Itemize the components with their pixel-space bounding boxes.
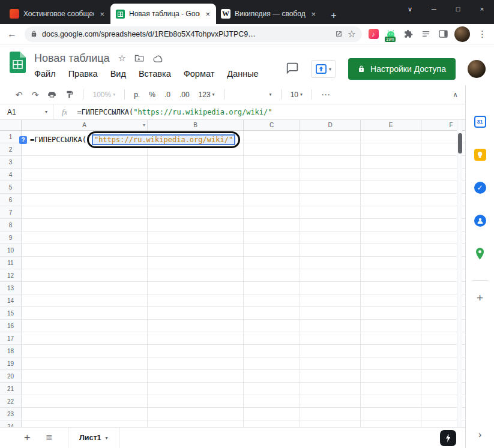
row-header-15[interactable]: 15 [0,307,22,320]
cell-D4[interactable] [300,169,361,181]
cell-C10[interactable] [244,244,300,257]
cell-E1[interactable] [361,131,421,143]
minimize-icon[interactable]: ─ [422,0,446,18]
cell-B19[interactable] [148,357,244,370]
scrollbar-thumb[interactable] [458,133,462,154]
star-document-icon[interactable]: ☆ [118,53,126,64]
cell-E24[interactable] [361,420,421,427]
sheet-tab-list1[interactable]: Лист1 ▾ [68,428,119,448]
cell-B17[interactable] [148,332,244,345]
cell-A9[interactable] [22,231,148,244]
cell-A15[interactable] [22,307,148,320]
cell-C23[interactable] [244,408,300,420]
bookmark-star-icon[interactable]: ☆ [348,28,356,40]
music-extension-icon[interactable]: ♪ [367,28,379,41]
row-header-19[interactable]: 19 [0,357,22,370]
cell-C24[interactable] [244,420,300,427]
cell-A16[interactable] [22,320,148,332]
cell-E19[interactable] [361,357,421,370]
cell-C12[interactable] [244,269,300,282]
keep-icon[interactable] [474,148,487,161]
more-toolbar-icon[interactable]: ⋯ [321,89,330,100]
column-header-E[interactable]: E [361,120,421,131]
cell-D1[interactable] [300,131,361,143]
add-sheet-button[interactable]: + [24,432,31,444]
percent-format-button[interactable]: % [149,91,155,99]
new-tab-button[interactable]: + [325,7,342,24]
cell-A13[interactable] [22,282,148,294]
cell-B21[interactable] [148,383,244,395]
send-page-icon[interactable] [335,30,343,38]
row-header-6[interactable]: 6 [0,194,22,206]
cell-A22[interactable] [22,395,148,408]
account-avatar[interactable] [468,60,486,78]
font-size-dropdown[interactable]: 10 ▾ [291,91,303,99]
cell-B18[interactable] [148,345,244,357]
cell-E9[interactable] [361,231,421,244]
cell-E4[interactable] [361,169,421,181]
contacts-icon[interactable] [474,214,487,227]
increase-decimal-button[interactable]: .00 [179,91,190,99]
column-dropdown-icon[interactable]: ▾ [143,122,145,128]
cell-C6[interactable] [244,194,300,206]
cell-E15[interactable] [361,307,421,320]
tab-hosting[interactable]: Хостинговое сообщес × [5,4,110,24]
cell-E17[interactable] [361,332,421,345]
cell-C2[interactable] [244,143,300,156]
window-menu-icon[interactable]: ∨ [398,0,422,18]
cell-B6[interactable] [148,194,244,206]
all-sheets-icon[interactable]: ≡ [46,432,53,444]
tab-close-icon[interactable]: × [204,10,211,19]
cell-E10[interactable] [361,244,421,257]
cell-editor[interactable]: ? =ГИПЕРССЫЛКА( "https://ru.wikipedia.or… [19,132,240,148]
cell-E22[interactable] [361,395,421,408]
comments-icon[interactable] [286,62,299,77]
row-header-13[interactable]: 13 [0,282,22,294]
cell-E5[interactable] [361,181,421,194]
cell-B24[interactable] [148,420,244,427]
calendar-icon[interactable]: 31 [474,115,487,128]
select-all-corner[interactable] [0,120,22,131]
cell-A7[interactable] [22,206,148,219]
cell-D13[interactable] [300,282,361,294]
row-header-9[interactable]: 9 [0,231,22,244]
add-addon-button[interactable]: + [477,291,483,305]
cell-D19[interactable] [300,357,361,370]
maximize-icon[interactable]: □ [446,0,470,18]
tab-close-icon[interactable]: × [98,10,106,19]
cell-D2[interactable] [300,143,361,156]
cell-C7[interactable] [244,206,300,219]
cell-E23[interactable] [361,408,421,420]
cell-E6[interactable] [361,194,421,206]
cell-B15[interactable] [148,307,244,320]
cell-A20[interactable] [22,370,148,383]
cell-A6[interactable] [22,194,148,206]
url-text[interactable]: docs.google.com/spreadsheets/d/1REb8o5X4… [42,30,330,38]
cell-A3[interactable] [22,156,148,169]
hide-side-panel-icon[interactable]: › [478,429,482,441]
cell-D3[interactable] [300,156,361,169]
address-bar[interactable]: docs.google.com/spreadsheets/d/1REb8o5X4… [25,26,362,42]
cell-D5[interactable] [300,181,361,194]
cell-C15[interactable] [244,307,300,320]
share-button[interactable]: Настройки Доступа [348,58,456,80]
cell-A17[interactable] [22,332,148,345]
cell-B12[interactable] [148,269,244,282]
cell-D10[interactable] [300,244,361,257]
cell-D20[interactable] [300,370,361,383]
cell-D12[interactable] [300,269,361,282]
cell-E7[interactable] [361,206,421,219]
menu-edit[interactable]: Правка [68,69,98,79]
column-header-B[interactable]: B [148,120,244,131]
cell-C11[interactable] [244,257,300,269]
tab-sheets-active[interactable]: Новая таблица - Goog × [110,4,216,24]
cell-A8[interactable] [22,219,148,231]
collapse-toolbar-icon[interactable]: ∧ [453,91,458,99]
cell-C19[interactable] [244,357,300,370]
sheets-logo-icon[interactable] [10,52,26,85]
cell-A14[interactable] [22,294,148,307]
cell-B13[interactable] [148,282,244,294]
cell-C22[interactable] [244,395,300,408]
redo-icon[interactable]: ↷ [32,90,39,100]
cell-C18[interactable] [244,345,300,357]
